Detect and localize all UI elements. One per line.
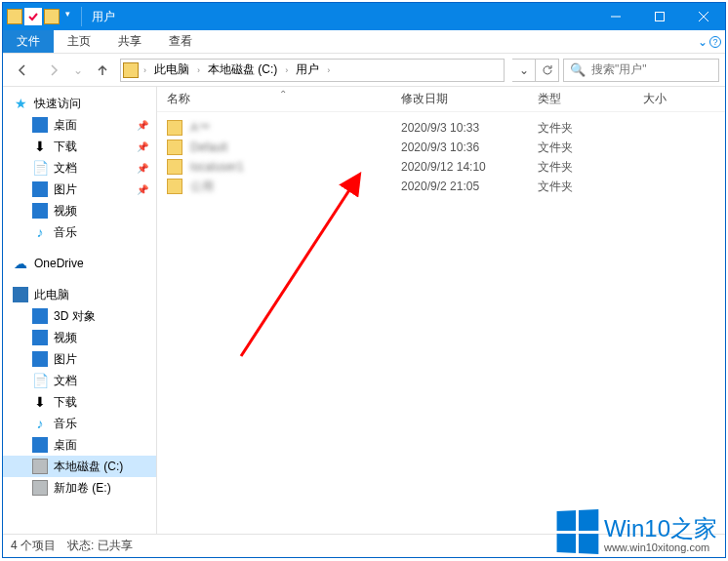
status-state: 状态: 已共享 <box>67 538 133 554</box>
sidebar-item-pictures[interactable]: 图片📌 <box>3 179 156 200</box>
refresh-button[interactable] <box>536 59 559 82</box>
minimize-button[interactable] <box>593 3 637 30</box>
desktop-icon <box>32 117 48 133</box>
chevron-right-icon[interactable]: › <box>324 65 333 75</box>
cloud-icon: ☁ <box>13 256 28 271</box>
folder-icon <box>167 120 182 136</box>
picture-icon <box>32 181 48 197</box>
download-icon: ⬇ <box>32 139 48 154</box>
nav-bar: ⌄ › 此电脑 › 本地磁盘 (C:) › 用户 › ⌄ 🔍 搜索"用户" <box>3 54 725 87</box>
folder-icon <box>167 179 182 194</box>
drive-icon <box>32 459 48 474</box>
title-bar: ▾ 用户 <box>3 3 725 30</box>
sidebar-item-drive-e[interactable]: 新加卷 (E:) <box>3 477 156 499</box>
crumb-users[interactable]: 用户 <box>293 61 322 78</box>
video-icon <box>32 203 48 219</box>
chevron-right-icon[interactable]: › <box>194 65 203 75</box>
crumb-drive[interactable]: 本地磁盘 (C:) <box>205 61 280 78</box>
sidebar-item-documents[interactable]: 📄文档 <box>3 370 156 391</box>
sidebar-item-videos[interactable]: 视频 <box>3 327 156 348</box>
window-title: 用户 <box>86 9 115 25</box>
sort-indicator-icon: ⌃ <box>279 89 287 100</box>
pin-icon: 📌 <box>137 120 148 131</box>
sidebar-onedrive[interactable]: ☁OneDrive <box>3 253 156 274</box>
list-item[interactable]: 公用2020/9/2 21:05文件夹 <box>157 177 725 196</box>
tab-share[interactable]: 共享 <box>104 30 155 53</box>
maximize-button[interactable] <box>637 3 681 30</box>
sidebar-quick-access[interactable]: ★快速访问 <box>3 93 156 114</box>
chevron-right-icon[interactable]: › <box>141 65 149 75</box>
col-type[interactable]: 类型 <box>538 91 643 107</box>
document-icon: 📄 <box>32 373 48 388</box>
picture-icon <box>32 351 48 367</box>
video-icon <box>32 330 48 345</box>
ribbon-tabs: 文件 主页 共享 查看 ⌄ ? <box>3 30 725 54</box>
drive-icon <box>32 480 48 496</box>
search-input[interactable]: 🔍 搜索"用户" <box>563 59 719 82</box>
sidebar-item-3d[interactable]: 3D 对象 <box>3 305 156 327</box>
folder-icon <box>7 9 22 24</box>
sidebar-item-videos[interactable]: 视频 <box>3 200 156 221</box>
watermark-brand: Win10之家 <box>604 516 717 541</box>
pin-icon: 📌 <box>137 141 148 152</box>
tab-home[interactable]: 主页 <box>54 30 104 53</box>
item-count: 4 个项目 <box>11 538 56 554</box>
chevron-down-icon[interactable]: ▾ <box>62 9 73 24</box>
sidebar-item-pictures[interactable]: 图片 <box>3 348 156 370</box>
up-button[interactable] <box>89 58 116 83</box>
col-date[interactable]: 修改日期 <box>401 91 538 107</box>
music-icon: ♪ <box>32 416 48 431</box>
back-button[interactable] <box>9 58 36 83</box>
star-icon: ★ <box>13 96 28 111</box>
crumb-thispc[interactable]: 此电脑 <box>151 61 192 78</box>
sidebar-item-drive-c[interactable]: 本地磁盘 (C:) <box>3 456 156 477</box>
pin-icon: 📌 <box>137 184 148 195</box>
music-icon: ♪ <box>32 224 48 240</box>
column-headers: 名称 修改日期 类型 大小 <box>157 87 725 112</box>
file-list[interactable]: ⌃ 名称 修改日期 类型 大小 A™2020/9/3 10:33文件夹 Defa… <box>157 87 725 534</box>
search-icon: 🔍 <box>570 62 586 78</box>
pin-icon: 📌 <box>137 163 148 174</box>
list-item[interactable]: localuser12020/9/12 14:10文件夹 <box>157 157 725 177</box>
document-icon: 📄 <box>32 160 48 176</box>
folder-icon <box>167 159 182 175</box>
watermark: Win10之家 www.win10xitong.com <box>555 510 717 553</box>
desktop-icon <box>32 437 48 453</box>
tab-view[interactable]: 查看 <box>155 30 206 53</box>
forward-button[interactable] <box>40 58 67 83</box>
folder-icon <box>44 9 60 24</box>
address-bar[interactable]: › 此电脑 › 本地磁盘 (C:) › 用户 › <box>120 59 505 82</box>
svg-line-1 <box>241 177 358 356</box>
qa-selected-icon[interactable] <box>25 9 41 24</box>
sidebar-item-downloads[interactable]: ⬇下载📌 <box>3 136 156 157</box>
windows-logo-icon <box>557 509 599 554</box>
monitor-icon <box>13 287 28 302</box>
svg-rect-0 <box>655 13 664 21</box>
sidebar-item-desktop[interactable]: 桌面📌 <box>3 114 156 136</box>
search-placeholder: 搜索"用户" <box>591 61 647 78</box>
folder-icon <box>167 140 182 155</box>
3d-icon <box>32 308 48 324</box>
sidebar-item-desktop[interactable]: 桌面 <box>3 434 156 456</box>
navigation-pane[interactable]: ★快速访问 桌面📌 ⬇下载📌 📄文档📌 图片📌 视频 ♪音乐 ☁OneDrive… <box>3 87 157 534</box>
tab-file[interactable]: 文件 <box>3 30 54 53</box>
watermark-url: www.win10xitong.com <box>604 541 709 553</box>
sidebar-this-pc[interactable]: 此电脑 <box>3 284 156 305</box>
list-item[interactable]: Default2020/9/3 10:36文件夹 <box>157 138 725 157</box>
sidebar-item-downloads[interactable]: ⬇下载 <box>3 391 156 413</box>
list-item[interactable]: A™2020/9/3 10:33文件夹 <box>157 118 725 138</box>
sidebar-item-documents[interactable]: 📄文档📌 <box>3 157 156 179</box>
recent-dropdown[interactable]: ⌄ <box>71 58 85 83</box>
sidebar-item-music[interactable]: ♪音乐 <box>3 413 156 434</box>
help-dropdown[interactable]: ⌄ ? <box>694 30 725 53</box>
folder-icon <box>123 62 139 78</box>
close-button[interactable] <box>681 3 725 30</box>
download-icon: ⬇ <box>32 394 48 410</box>
chevron-right-icon[interactable]: › <box>282 65 291 75</box>
col-size[interactable]: 大小 <box>643 91 725 107</box>
address-dropdown[interactable]: ⌄ <box>512 59 536 82</box>
sidebar-item-music[interactable]: ♪音乐 <box>3 221 156 243</box>
